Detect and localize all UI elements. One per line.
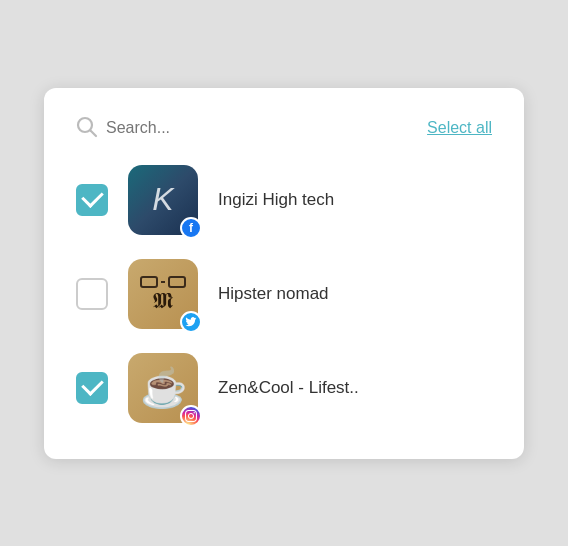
- item-label-hipster: Hipster nomad: [218, 284, 329, 304]
- twitter-badge: [180, 311, 202, 333]
- item-list: K f Ingizi High tech 𝕸: [76, 165, 492, 423]
- checkbox-zen[interactable]: [76, 372, 108, 404]
- svg-line-1: [91, 130, 97, 136]
- facebook-badge: f: [180, 217, 202, 239]
- glasses-bridge: [161, 281, 165, 283]
- glasses-icon: [140, 276, 186, 288]
- search-input[interactable]: [106, 119, 427, 137]
- app-icon-wrap-zen: ☕: [128, 353, 198, 423]
- item-label-zen: Zen&Cool - Lifest..: [218, 378, 359, 398]
- app-icon-wrap-hipster: 𝕸: [128, 259, 198, 329]
- select-all-button[interactable]: Select all: [427, 119, 492, 137]
- item-label-ingizi: Ingizi High tech: [218, 190, 334, 210]
- ingizi-icon-letter: K: [152, 181, 173, 218]
- mug-icon: ☕: [140, 369, 187, 407]
- glasses-left: [140, 276, 158, 288]
- search-row: Select all: [76, 116, 492, 141]
- facebook-icon: f: [189, 221, 193, 235]
- glasses-right: [168, 276, 186, 288]
- main-card: Select all K f Ingizi High tech: [44, 88, 524, 459]
- mustache-icon: 𝕸: [153, 290, 173, 312]
- app-icon-wrap-ingizi: K f: [128, 165, 198, 235]
- instagram-badge: [180, 405, 202, 427]
- list-item: K f Ingizi High tech: [76, 165, 492, 235]
- list-item: 𝕸 Hipster nomad: [76, 259, 492, 329]
- checkbox-hipster[interactable]: [76, 278, 108, 310]
- search-icon: [76, 116, 98, 141]
- list-item: ☕ Zen&Cool - Lifest..: [76, 353, 492, 423]
- checkbox-ingizi[interactable]: [76, 184, 108, 216]
